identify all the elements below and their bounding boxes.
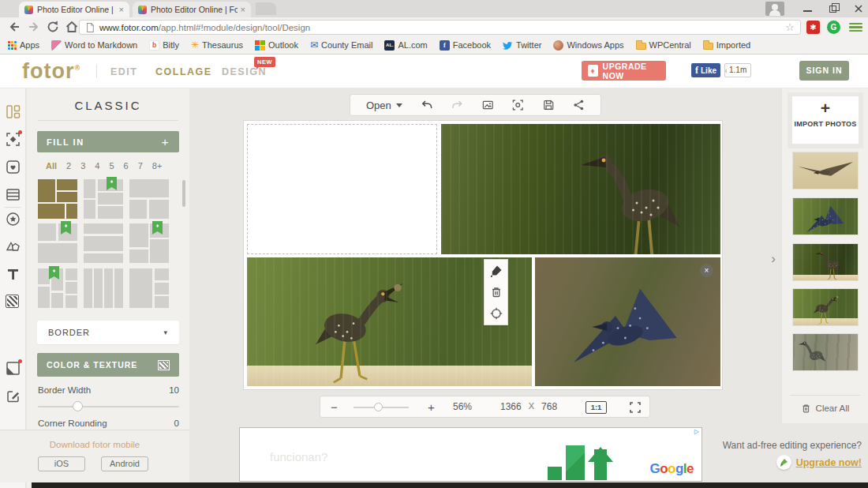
bookmark-folder-wpcentral[interactable]: WPCentral — [636, 40, 691, 50]
save-icon[interactable] — [543, 99, 555, 111]
browser-profile-icon[interactable] — [765, 2, 784, 16]
browser-menu-icon[interactable] — [849, 21, 862, 34]
upgrade-now-button[interactable]: ♦ UPGRADE NOW — [582, 61, 666, 81]
undo-icon[interactable] — [421, 99, 433, 111]
sign-in-button[interactable]: SIGN IN — [799, 61, 849, 81]
ad-banner[interactable]: funcionan? ▷ Google — [239, 427, 702, 482]
tab-close-icon[interactable]: × — [241, 5, 245, 14]
fill-dropper-icon[interactable] — [490, 265, 503, 277]
bookmark-apps[interactable]: Apps — [8, 40, 39, 50]
filter-6[interactable]: 6 — [124, 161, 129, 171]
add-image-icon[interactable] — [482, 99, 494, 111]
url-bar[interactable]: www.fotor.com/app.html#!module/design/to… — [79, 20, 801, 35]
zoom-in-button[interactable]: + — [428, 400, 435, 414]
tab-close-icon[interactable]: × — [119, 5, 124, 14]
collage-template-8[interactable] — [84, 268, 123, 308]
zoom-slider[interactable] — [354, 407, 409, 408]
collage-template-1-selected[interactable] — [38, 179, 77, 219]
zoom-out-button[interactable]: − — [331, 400, 338, 414]
forward-icon[interactable] — [26, 20, 42, 34]
rail-sticker-tool[interactable] — [6, 160, 21, 175]
slider-knob[interactable] — [73, 401, 83, 411]
filter-8plus[interactable]: 8+ — [152, 161, 163, 171]
browser-tab-2[interactable]: Photo Editor Online | Foto × — [133, 2, 251, 17]
filter-7[interactable]: 7 — [138, 161, 143, 171]
share-icon[interactable] — [573, 99, 585, 111]
fullscreen-icon[interactable] — [629, 401, 642, 414]
bookmark-word-to-markdown[interactable]: Word to Markdown — [51, 40, 137, 51]
rail-featured-tool[interactable] — [6, 212, 21, 227]
android-button[interactable]: Android — [101, 456, 148, 471]
window-close-button[interactable] — [854, 4, 863, 13]
photo-thumbnail-gray-heron[interactable] — [792, 333, 859, 371]
nav-collage[interactable]: COLLAGE — [155, 66, 212, 77]
bookmark-folder-imported[interactable]: Imported — [703, 40, 750, 50]
rail-pattern-tool[interactable] — [6, 295, 21, 310]
fill-in-button[interactable]: FILL IN + — [37, 131, 179, 152]
bookmark-facebook[interactable]: f Facebook — [440, 40, 491, 51]
import-photos-button[interactable]: + IMPORT PHOTOS — [792, 96, 859, 144]
collage-template-7[interactable]: ♦ — [38, 268, 77, 308]
grammarly-extension-icon[interactable]: G — [827, 21, 840, 34]
photo-cell-heron-flying[interactable]: × — [535, 257, 720, 386]
facebook-like-widget[interactable]: fLike 1.1m — [691, 63, 751, 77]
clear-all-button[interactable]: Clear All — [782, 403, 868, 414]
restore-button[interactable] — [829, 6, 836, 13]
photo-cell-heron-standing[interactable] — [441, 124, 720, 254]
open-button[interactable]: Open — [366, 99, 402, 111]
collage-template-2[interactable]: ♦ — [84, 179, 123, 219]
bookmark-county-email[interactable]: ✉ County Email — [310, 40, 372, 50]
filter-2[interactable]: 2 — [66, 161, 71, 171]
zoom-slider-knob[interactable] — [374, 403, 383, 411]
bookmark-alcom[interactable]: AL. AL.com — [384, 40, 427, 51]
collage-template-5[interactable] — [84, 223, 123, 263]
photo-thumbnail-standing-heron[interactable] — [792, 243, 859, 281]
bookmark-bitly[interactable]: b Bitly — [149, 40, 179, 51]
filter-all[interactable]: All — [46, 161, 57, 171]
rail-banner-tool[interactable] — [6, 187, 21, 202]
delete-cell-icon[interactable] — [490, 286, 503, 298]
empty-collage-cell[interactable] — [247, 124, 437, 254]
collage-template-6[interactable]: ♦ — [129, 223, 169, 263]
collage-template-9[interactable] — [129, 268, 169, 308]
browser-tab-1[interactable]: Photo Editor Online | Foto × — [19, 2, 129, 17]
bookmark-outlook[interactable]: Outlook — [255, 40, 298, 51]
bookmark-thesaurus[interactable]: ✳ Thesaurus — [191, 40, 243, 50]
actual-size-button[interactable]: 1:1 — [586, 401, 607, 414]
color-texture-button[interactable]: COLOR & TEXTURE — [37, 353, 179, 377]
home-icon[interactable] — [64, 20, 80, 34]
rail-feedback-tool[interactable] — [6, 389, 21, 404]
sidebar-collapse-toggle[interactable]: › — [765, 250, 781, 268]
rail-layouts-tool[interactable] — [6, 104, 21, 119]
redo-icon[interactable] — [451, 99, 463, 111]
photo-thumbnail-soaring-bird[interactable] — [792, 152, 859, 190]
filter-5[interactable]: 5 — [109, 161, 114, 171]
remove-photo-icon[interactable]: × — [700, 264, 713, 277]
rail-adjust-tool[interactable] — [6, 132, 21, 147]
bookmark-star-icon[interactable]: ☆ — [785, 21, 795, 33]
rail-shapes-tool[interactable] — [6, 239, 21, 254]
rail-background-tool[interactable] — [6, 361, 21, 376]
minimize-button[interactable] — [803, 10, 812, 12]
border-width-slider[interactable] — [38, 406, 179, 407]
filter-4[interactable]: 4 — [95, 161, 99, 171]
lastpass-extension-icon[interactable]: ✱ — [806, 21, 820, 34]
bookmark-twitter[interactable]: Twitter — [503, 40, 541, 50]
adchoices-icon[interactable]: ▷ — [694, 428, 699, 435]
photo-thumbnail-walking-heron[interactable] — [792, 288, 859, 326]
nav-edit[interactable]: EDIT — [110, 66, 137, 77]
template-scrollbar[interactable] — [182, 180, 185, 207]
upgrade-now-link[interactable]: Upgrade now! — [796, 457, 862, 468]
move-cell-icon[interactable] — [490, 307, 503, 320]
back-icon[interactable] — [6, 20, 22, 34]
collage-template-4[interactable]: ♦ — [38, 223, 77, 263]
border-dropdown[interactable]: BORDER ▾ — [37, 321, 179, 344]
filter-3[interactable]: 3 — [80, 161, 85, 171]
fotor-logo[interactable]: fotor® — [22, 59, 80, 84]
rail-text-tool[interactable] — [6, 267, 21, 282]
photo-thumbnail-flying-heron[interactable] — [792, 197, 859, 235]
refresh-icon[interactable] — [45, 20, 61, 34]
collage-template-3[interactable] — [129, 179, 169, 219]
bookmark-windows-apps[interactable]: Windows Apps — [553, 40, 623, 51]
new-tab-button[interactable] — [256, 2, 276, 15]
